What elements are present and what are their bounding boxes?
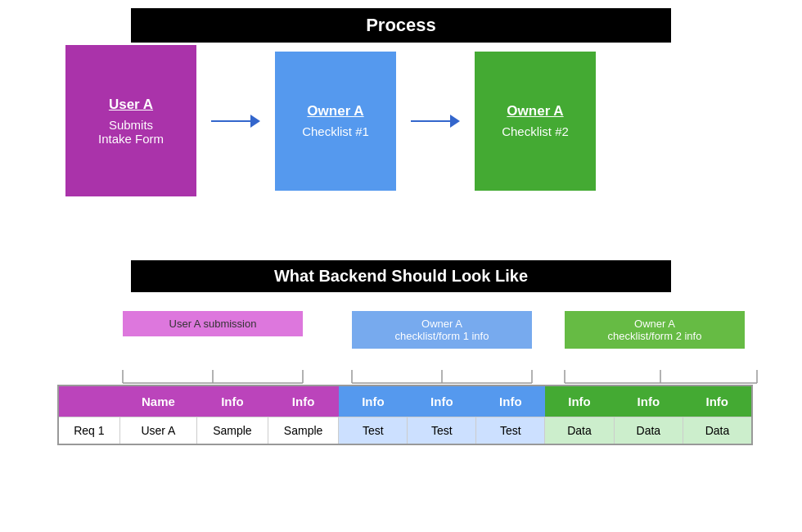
process-box-checklist2: Owner A Checklist #2 <box>475 52 596 191</box>
arrow1 <box>196 113 275 129</box>
arrow2 <box>396 113 475 129</box>
th-info4: Info <box>408 385 476 417</box>
th-info8: Info <box>683 385 752 417</box>
box2-subtitle: Checklist #1 <box>302 124 369 138</box>
brackets-svg <box>57 354 761 385</box>
arrow1-line <box>211 120 250 122</box>
td-user: User A <box>119 417 196 445</box>
table-row: Req 1 User A Sample Sample Test Test Tes… <box>58 417 752 445</box>
td-data2: Data <box>614 417 683 445</box>
th-info1: Info <box>197 385 268 417</box>
arrow1-shape <box>211 113 260 129</box>
th-info7: Info <box>614 385 683 417</box>
process-box-user-a: User A SubmitsIntake Form <box>65 45 196 196</box>
arrow2-line <box>411 120 450 122</box>
td-test1: Test <box>339 417 408 445</box>
label-user-a-submission: User A submission <box>123 311 303 336</box>
table-section: User A submission Owner A checklist/form… <box>57 311 753 445</box>
label-owner-a-checklist2: Owner A checklist/form 2 info <box>565 311 745 349</box>
box1-subtitle: SubmitsIntake Form <box>98 118 164 146</box>
th-info2: Info <box>268 385 339 417</box>
arrow1-head <box>250 115 260 128</box>
box3-subtitle: Checklist #2 <box>502 124 569 138</box>
box2-title: Owner A <box>307 103 363 119</box>
box3-title: Owner A <box>507 103 563 119</box>
arrow2-head <box>450 115 460 128</box>
arrow2-shape <box>411 113 460 129</box>
data-table: Name Info Info Info Info Info Info Info … <box>57 385 753 445</box>
th-info6: Info <box>545 385 614 417</box>
th-blank <box>58 385 119 417</box>
td-req: Req 1 <box>58 417 119 445</box>
td-sample2: Sample <box>268 417 339 445</box>
process-box-checklist1: Owner A Checklist #1 <box>275 52 396 191</box>
td-test3: Test <box>476 417 545 445</box>
th-name: Name <box>119 385 196 417</box>
backend-banner: What Backend Should Look Like <box>131 260 671 292</box>
th-info3: Info <box>339 385 408 417</box>
td-data3: Data <box>683 417 752 445</box>
process-banner: Process <box>131 8 671 43</box>
td-test2: Test <box>408 417 476 445</box>
box1-title: User A <box>109 97 153 113</box>
td-data1: Data <box>545 417 614 445</box>
td-sample1: Sample <box>197 417 268 445</box>
label-owner-a-checklist1: Owner A checklist/form 1 info <box>352 311 532 349</box>
table-header-row: Name Info Info Info Info Info Info Info … <box>58 385 752 417</box>
process-section: User A SubmitsIntake Form Owner A Checkl… <box>65 45 737 196</box>
th-info5: Info <box>476 385 545 417</box>
